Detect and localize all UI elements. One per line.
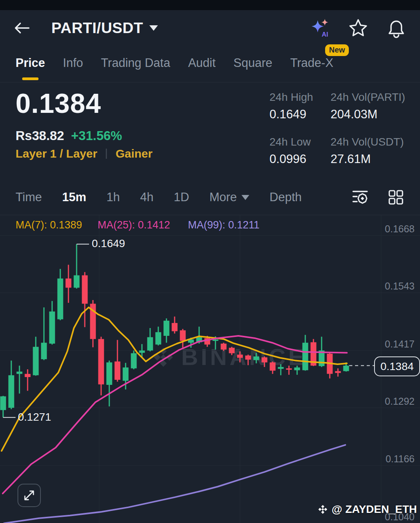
new-badge: New — [325, 44, 349, 56]
candle-body — [262, 357, 268, 362]
binance-trading-app: PARTI/USDT AI — [0, 0, 420, 523]
ma7-legend: MA(7): 0.1389 — [16, 219, 82, 231]
layout-button[interactable] — [387, 189, 404, 206]
high-price-annotation: 0.1649 — [92, 237, 125, 250]
stat-24h-vol-parti-: 24h Vol(PARTI)204.03M — [331, 91, 405, 121]
header: PARTI/USDT AI — [0, 10, 420, 46]
tab-audit[interactable]: Audit — [188, 47, 216, 81]
price-axis-label: 0.1543 — [385, 281, 415, 292]
tab-square[interactable]: Square — [233, 47, 272, 81]
candle-body — [107, 362, 112, 385]
credit-diamond-icon — [318, 504, 328, 514]
market-stats: 24h High0.164924h Low0.0996 24h Vol(PART… — [270, 91, 405, 166]
more-caret-icon — [242, 195, 249, 200]
fullscreen-toggle-button[interactable] — [18, 484, 41, 507]
candle-body — [254, 356, 259, 360]
price-chart[interactable]: BINANCE MA(7): 0.1389 MA(25): 0.1412 MA(… — [0, 215, 420, 523]
candle-body — [156, 332, 161, 345]
indicator-settings-icon — [352, 189, 369, 206]
candle-body — [25, 374, 31, 377]
price-axis-label: 0.1292 — [385, 396, 415, 407]
ai-sparkle-icon: AI — [310, 16, 331, 40]
tab-trade-x[interactable]: Trade-XNew — [290, 47, 333, 81]
expand-arrows-icon — [21, 488, 37, 503]
candle-body — [41, 343, 47, 359]
back-button[interactable] — [13, 21, 30, 35]
stat-label: 24h Vol(PARTI) — [331, 91, 405, 104]
candle-body — [17, 372, 23, 374]
stat-24h-vol-usdt-: 24h Vol(USDT)27.61M — [331, 136, 405, 166]
candle-body — [115, 362, 121, 380]
stat-value: 0.0996 — [270, 152, 331, 166]
candle-body — [270, 362, 276, 370]
price-axis-label: 0.1668 — [385, 223, 415, 235]
candle-body — [131, 353, 137, 369]
candle-body — [58, 279, 63, 319]
stat-24h-low: 24h Low0.0996 — [270, 136, 331, 166]
candle-body — [245, 356, 251, 360]
candle-body — [66, 279, 72, 288]
candle-body — [74, 276, 80, 288]
bell-icon — [386, 17, 406, 39]
candle-body — [139, 351, 145, 353]
candle-body — [221, 344, 227, 349]
status-bar-strip — [0, 0, 420, 10]
tab-bar: PriceInfoTrading DataAuditSquareTrade-XN… — [0, 46, 420, 82]
interval-1h[interactable]: 1h — [107, 190, 120, 204]
candle-body — [286, 369, 292, 370]
change-percent: +31.56% — [71, 128, 122, 143]
tab-price[interactable]: Price — [16, 47, 45, 81]
candle-body — [98, 339, 104, 384]
favorite-button[interactable] — [348, 18, 369, 39]
candle-body — [335, 371, 341, 373]
fiat-price: Rs38.82 — [16, 128, 64, 143]
stat-label: 24h High — [270, 91, 331, 104]
stat-label: 24h Low — [270, 136, 331, 148]
indicator-settings-button[interactable] — [352, 189, 369, 206]
tag-separator — [106, 149, 107, 159]
interval-depth[interactable]: Depth — [270, 190, 302, 204]
ma25-legend: MA(25): 0.1412 — [98, 219, 170, 231]
last-price: 0.1384 — [16, 88, 101, 119]
ma99-legend: MA(99): 0.1211 — [188, 219, 259, 231]
fiat-price-row: Rs38.82+31.56% — [16, 128, 122, 143]
interval-time[interactable]: Time — [16, 190, 42, 204]
grid-layout-icon — [387, 189, 404, 206]
notifications-button[interactable] — [386, 18, 407, 39]
stat-value: 204.03M — [331, 107, 405, 121]
candle-body — [0, 397, 6, 410]
interval-more[interactable]: More — [209, 190, 249, 204]
current-price-tag[interactable]: 0.1384 — [374, 356, 420, 376]
interval-15m[interactable]: 15m — [62, 190, 86, 204]
interval-4h[interactable]: 4h — [140, 190, 153, 204]
candle-body — [9, 375, 14, 408]
candle-body — [303, 343, 308, 370]
tab-trading-data[interactable]: Trading Data — [101, 47, 170, 81]
ma-legend: MA(7): 0.1389 MA(25): 0.1412 MA(99): 0.1… — [16, 219, 259, 231]
gainer-tag[interactable]: Gainer — [116, 147, 152, 160]
svg-text:AI: AI — [322, 31, 328, 38]
pair-title[interactable]: PARTI/USDT — [51, 19, 143, 37]
price-axis-label: 0.1417 — [385, 339, 415, 350]
pair-dropdown-caret-icon[interactable] — [149, 25, 158, 31]
tags-row: Layer 1 / Layer Gainer — [16, 147, 152, 160]
interval-1d[interactable]: 1D — [174, 190, 189, 204]
ma25-line — [3, 336, 347, 493]
stat-value: 0.1649 — [270, 107, 331, 121]
candle-body — [82, 276, 88, 304]
price-axis-label: 0.1166 — [385, 453, 415, 465]
candle-body — [147, 337, 153, 351]
credit-handle: @ ZAYDEN_ETH — [332, 503, 417, 516]
candle-body — [343, 366, 349, 371]
ticker-panel: 0.1384 Rs38.82+31.56% Layer 1 / Layer Ga… — [0, 82, 420, 180]
category-tag[interactable]: Layer 1 / Layer — [16, 147, 97, 160]
candlestick-chart-canvas[interactable] — [0, 215, 420, 523]
ma99-line — [4, 445, 345, 523]
candle-body — [172, 323, 178, 331]
tab-info[interactable]: Info — [63, 47, 83, 81]
candle-body — [229, 348, 235, 353]
star-icon — [348, 18, 369, 39]
ai-assistant-button[interactable]: AI — [310, 18, 331, 39]
low-price-annotation: 0.1271 — [18, 411, 51, 423]
candle-body — [278, 367, 284, 369]
